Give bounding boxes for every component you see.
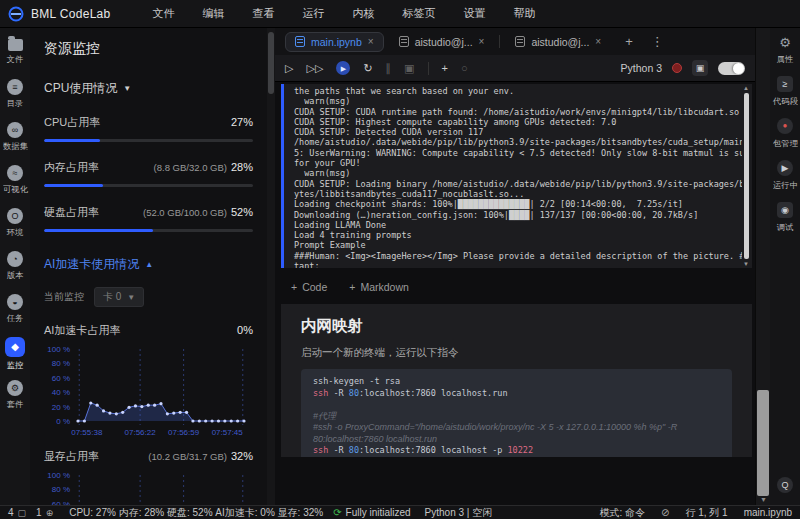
right-rail-item-properties-gears[interactable]: ⚙属性 xyxy=(776,34,794,66)
close-icon[interactable]: × xyxy=(479,36,485,47)
sidebar-item-dataset[interactable]: ∞数据集 xyxy=(0,122,30,165)
output-line: Prompt Example xyxy=(294,240,738,250)
mode-toggle[interactable] xyxy=(718,62,745,75)
accel-usage-row: AI加速卡占用率 0% xyxy=(44,323,253,338)
right-activity-rail: ⚙属性≥代码段●包管理▶运行中◉调试Q xyxy=(770,28,800,505)
scroll-down-icon[interactable]: ▼ xyxy=(760,496,767,503)
progress-fill xyxy=(44,139,100,142)
grid-icon[interactable]: ▣ xyxy=(692,60,708,76)
output-line: warn(msg) xyxy=(294,96,738,106)
code-line: ssh-keygen -t rsa xyxy=(313,376,720,388)
accel-section-header[interactable]: AI加速卡使用情况 ▲ xyxy=(44,256,253,273)
menu-item-0[interactable]: 文件 xyxy=(139,6,189,21)
add-markdown-cell-button[interactable]: + Markdown xyxy=(349,281,409,293)
sidebar-item-label: 监控 xyxy=(7,360,24,372)
sidebar-item-version[interactable]: ◔版本 xyxy=(0,251,30,294)
svg-text:20 %: 20 % xyxy=(52,403,70,412)
pause-icon[interactable]: ∥ xyxy=(386,63,392,74)
menu-item-3[interactable]: 运行 xyxy=(289,6,339,21)
right-rail-item-running[interactable]: ▶运行中 xyxy=(772,160,799,192)
help-icon[interactable]: Q xyxy=(777,477,793,493)
new-tab-button[interactable]: + xyxy=(616,34,642,49)
cpu-section-header[interactable]: CPU使用情况 ▼ xyxy=(44,80,253,97)
bml-codelab-window: BML CodeLab 文件编辑查看运行内核标签页设置帮助 文件≡目录∞数据集≈… xyxy=(0,0,800,519)
sidebar-item-label: 任务 xyxy=(7,313,24,325)
terminals-count[interactable]: 4 ▢ xyxy=(8,507,26,518)
card-select-dropdown[interactable]: 卡 0 ▼ xyxy=(94,287,144,307)
tab-main.ipynb[interactable]: main.ipynb× xyxy=(285,32,384,52)
menu-item-4[interactable]: 内核 xyxy=(339,6,389,21)
close-icon[interactable]: × xyxy=(368,36,374,47)
sidebar-item-label: 套件 xyxy=(7,399,24,411)
visualization-icon: ≈ xyxy=(7,165,23,181)
run-all-icon[interactable]: ▷▷ xyxy=(306,63,323,74)
cell-output-text: the paths that we search based on your e… xyxy=(284,84,742,268)
tab-aistudioj...[interactable]: aistudio@j...× xyxy=(506,33,610,51)
kernel-name[interactable]: Python 3 xyxy=(621,62,662,74)
right-rail-label: 属性 xyxy=(777,54,794,66)
sidebar-item-environment[interactable]: O环境 xyxy=(0,208,30,251)
menu-item-2[interactable]: 查看 xyxy=(239,6,289,21)
init-status[interactable]: ⟳ Fully initialized xyxy=(333,507,410,518)
close-icon[interactable]: × xyxy=(595,36,601,47)
scrollbar-thumb[interactable] xyxy=(744,93,749,259)
gauge-percent: 0% xyxy=(237,324,253,336)
sidebar-item-tasks[interactable]: ◒任务 xyxy=(0,294,30,337)
kernels-count[interactable]: 1 ⊕ xyxy=(36,507,53,518)
terminals-count-value: 4 xyxy=(8,507,14,518)
scrollbar-thumb[interactable] xyxy=(757,390,769,496)
output-line: ###Human: <Img><ImageHere></Img> Please … xyxy=(294,251,738,261)
output-line: Downloading (…)neration_config.json: 100… xyxy=(294,210,738,220)
sidebar-item-kit[interactable]: ⚙套件 xyxy=(0,380,30,423)
code-segment: #代理 xyxy=(313,411,336,421)
vram-usage-chart: 100 %80 %60 % xyxy=(44,470,253,505)
tab-overflow-menu[interactable]: ⋮ xyxy=(642,34,673,49)
sidebar-item-toc[interactable]: ≡目录 xyxy=(0,79,30,122)
sidebar-item-files[interactable]: 文件 xyxy=(0,36,30,79)
code-segment: :localhost:7860 localhost.run xyxy=(359,388,507,398)
debug-icon: ◉ xyxy=(777,202,793,218)
svg-text:07:57:45: 07:57:45 xyxy=(212,428,244,437)
sidebar-item-monitor[interactable]: ◆监控 xyxy=(0,337,30,380)
markdown-cell[interactable]: 内网映射 启动一个新的终端，运行以下指令 ssh-keygen -t rsass… xyxy=(281,304,752,457)
menu-item-1[interactable]: 编辑 xyxy=(189,6,239,21)
kit-icon: ⚙ xyxy=(7,380,23,396)
panel-scrollbar[interactable] xyxy=(267,28,275,505)
output-line: CUDA SETUP: Detected CUDA version 117 xyxy=(294,127,738,137)
output-line: Load 4 training prompts xyxy=(294,230,738,240)
add-cell-icon[interactable]: + xyxy=(442,63,448,74)
toolbar-separator xyxy=(428,62,429,75)
tab-label: aistudio@j... xyxy=(531,36,589,48)
refresh-icon[interactable]: ↻ xyxy=(363,63,372,74)
menu-item-6[interactable]: 设置 xyxy=(450,6,500,21)
export-icon[interactable]: ▣ xyxy=(404,63,414,74)
menu-item-7[interactable]: 帮助 xyxy=(500,6,550,21)
menu-item-5[interactable]: 标签页 xyxy=(389,6,450,21)
busy-indicator-icon[interactable]: ○ xyxy=(461,63,468,74)
cursor-position[interactable]: 行 1, 列 1 xyxy=(685,506,727,519)
scrollbar-thumb[interactable] xyxy=(268,32,274,94)
restart-run-icon[interactable]: ▶ xyxy=(336,61,350,75)
scroll-down-icon[interactable]: ▼ xyxy=(743,261,749,267)
right-rail-item-packages[interactable]: ●包管理 xyxy=(772,118,799,150)
code-segment: ssh xyxy=(313,445,328,455)
kernel-status[interactable]: Python 3 | 空闲 xyxy=(425,506,493,519)
environment-icon: O xyxy=(7,208,23,224)
edit-mode[interactable]: 模式: 命令 xyxy=(599,506,645,519)
run-icon[interactable]: ▷ xyxy=(285,63,293,74)
tab-aistudioj...[interactable]: aistudio@j...× xyxy=(390,33,494,51)
output-cell[interactable]: the paths that we search based on your e… xyxy=(281,84,752,268)
add-code-cell-button[interactable]: + Code xyxy=(291,281,327,293)
right-rail-item-snippets[interactable]: ≥代码段 xyxy=(772,76,799,108)
debug-icon-glyph: ◉ xyxy=(781,206,789,215)
sidebar-item-visualization[interactable]: ≈可视化 xyxy=(0,165,30,208)
progress-track xyxy=(44,184,253,187)
right-rail-item-debug[interactable]: ◉调试 xyxy=(776,202,794,234)
chevron-up-icon: ▲ xyxy=(145,260,153,269)
scroll-up-icon[interactable]: ▲ xyxy=(743,85,749,91)
gauge-percent: 52% xyxy=(231,206,253,218)
notebook-area: main.ipynb×aistudio@j...×aistudio@j...×+… xyxy=(275,28,755,505)
svg-text:07:56:22: 07:56:22 xyxy=(125,428,157,437)
main-scrollbar[interactable]: ▼ xyxy=(755,28,770,505)
cell-scrollbar[interactable]: ▲ ▼ xyxy=(742,84,752,268)
